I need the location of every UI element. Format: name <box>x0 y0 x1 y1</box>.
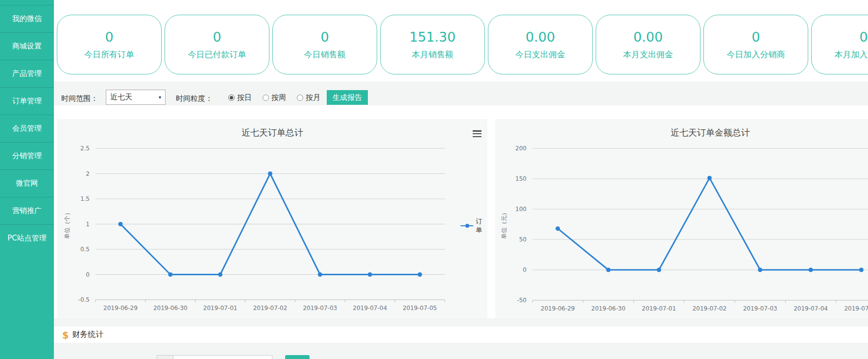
x-tick-label: 2019-07-05 <box>403 305 437 311</box>
stat-card-value: 0 <box>213 30 221 44</box>
chart-canvas: 2.521.510.50-0.52019-06-292019-06-302019… <box>57 119 487 318</box>
time-range-value: 近七天 <box>110 93 132 101</box>
sidebar-item-4[interactable]: 会员管理 <box>0 115 54 142</box>
radio-option-label: 按月 <box>306 93 320 102</box>
data-point[interactable] <box>657 268 661 272</box>
x-tick-label: 2019-06-30 <box>591 305 626 312</box>
stat-card-value: 151.30 <box>410 30 456 44</box>
order-amount-chart: 近七天订单金额总计 单位（元） 订单 200150100500-502019-0… <box>495 119 868 318</box>
stat-card-label: 今日所有订单 <box>84 50 134 59</box>
dashboard-page: { "colors": { "teal": "#2cbaa3", "teal_b… <box>0 0 868 359</box>
sidebar-item-5[interactable]: 分销管理 <box>0 142 54 169</box>
y-tick-label: 50 <box>519 236 527 243</box>
y-tick-label: 0 <box>86 271 90 278</box>
stat-card-label: 今日销售额 <box>304 50 346 59</box>
x-tick-label: 2019-07-03 <box>743 305 777 312</box>
sidebar-item-8[interactable]: PC站点管理 <box>0 224 54 252</box>
stat-card-label: 今日支出佣金 <box>515 50 565 59</box>
radio-option-label: 按日 <box>237 93 252 102</box>
stat-card-label: 今日已付款订单 <box>188 50 246 59</box>
y-tick-label: 150 <box>515 175 527 182</box>
data-point[interactable] <box>555 226 560 231</box>
x-tick-label: 2019-07-02 <box>253 305 288 311</box>
radio-unselected-icon[interactable] <box>297 95 303 101</box>
stat-card: 0.00本月支出佣金 <box>596 15 700 74</box>
stat-card: 0今日加入分销商 <box>703 15 808 74</box>
x-tick-label: 2019-07-04 <box>794 305 828 312</box>
y-tick-label: -50 <box>517 297 527 304</box>
time-range-select[interactable]: 近七天 ▾ <box>106 90 166 105</box>
radio-unselected-icon[interactable] <box>263 95 269 101</box>
stat-card: 0今日已付款订单 <box>165 15 269 74</box>
sidebar-item-3[interactable]: 订单管理 <box>0 87 54 115</box>
x-tick-label: 2019-06-29 <box>103 305 138 311</box>
y-tick-label: 0 <box>523 266 527 273</box>
stat-card: 151.30本月销售额 <box>380 15 485 74</box>
y-tick-label: 1 <box>86 221 90 228</box>
chart-canvas: 200150100500-502019-06-292019-06-302019-… <box>495 119 868 318</box>
data-point[interactable] <box>809 268 813 272</box>
x-tick-label: 2019-07-04 <box>353 305 387 311</box>
radio-option-1[interactable]: 按周 <box>263 93 286 102</box>
stat-card-value: 0.00 <box>633 30 663 44</box>
stat-card-label: 本月加入分销商 <box>835 50 868 59</box>
y-tick-label: 2 <box>86 170 90 177</box>
sidebar-item-0[interactable]: 我的微信 <box>0 5 54 32</box>
x-tick-label: 2019-07-01 <box>203 305 238 311</box>
x-tick-label: 2019-07-02 <box>693 305 727 312</box>
x-tick-label: 2019-07-05 <box>844 305 868 312</box>
stat-card-value: 0 <box>105 30 113 44</box>
orders-chart: 近七天订单总计 单位（个） 订单 2.521.510.50-0.52019-06… <box>57 119 487 318</box>
finance-submit-button[interactable] <box>285 355 310 359</box>
series-line <box>558 178 862 270</box>
input-addon <box>157 355 173 359</box>
radio-option-0[interactable]: 按日 <box>228 93 252 102</box>
x-tick-label: 2019-06-29 <box>541 305 575 312</box>
y-tick-label: 2.5 <box>80 145 90 152</box>
stat-cards-row: 0今日所有订单0今日已付款订单0今日销售额151.30本月销售额0.00今日支出… <box>57 15 868 74</box>
sidebar: 我的微信商城设置产品管理订单管理会员管理分销管理微官网营销推广PC站点管理 <box>0 0 54 359</box>
x-tick-label: 2019-07-03 <box>303 305 337 311</box>
stat-card: 0今日销售额 <box>272 15 377 74</box>
time-range-label: 时间范围： <box>61 94 98 103</box>
data-point[interactable] <box>118 222 122 226</box>
chevron-down-icon: ▾ <box>159 90 161 104</box>
dollar-icon: $ <box>62 330 69 340</box>
sidebar-item-7[interactable]: 营销推广 <box>0 197 54 224</box>
radio-option-2[interactable]: 按月 <box>297 93 320 102</box>
y-tick-label: 100 <box>515 206 527 213</box>
stat-card-value: 0 <box>859 30 868 44</box>
data-point[interactable] <box>168 272 172 277</box>
radio-selected-icon[interactable] <box>228 95 235 101</box>
y-tick-label: -0.5 <box>78 296 90 303</box>
stat-card-label: 本月支出佣金 <box>623 50 673 59</box>
stat-card-value: 0 <box>751 30 760 44</box>
data-point[interactable] <box>707 176 712 180</box>
x-tick-label: 2019-06-30 <box>153 305 188 311</box>
stat-card-label: 今日加入分销商 <box>727 50 785 59</box>
data-point[interactable] <box>368 272 372 277</box>
sidebar-item-1[interactable]: 商城设置 <box>0 32 54 60</box>
generate-report-button[interactable]: 生成报告 <box>327 90 368 105</box>
data-point[interactable] <box>218 272 222 277</box>
sidebar-item-6[interactable]: 微官网 <box>0 169 54 197</box>
stat-card: 0今日所有订单 <box>57 15 162 74</box>
data-point[interactable] <box>418 272 422 277</box>
finance-section-header: $ 财务统计 <box>54 327 868 343</box>
granularity-radio-group: 按日按周按月 <box>228 93 320 102</box>
stat-card-value: 0 <box>320 30 329 44</box>
radio-option-label: 按周 <box>271 93 286 102</box>
data-point[interactable] <box>758 268 762 272</box>
finance-title: 财务统计 <box>72 330 103 340</box>
x-tick-label: 2019-07-01 <box>642 305 676 312</box>
finance-filter-input[interactable] <box>173 355 272 359</box>
sidebar-item-2[interactable]: 产品管理 <box>0 60 54 87</box>
y-tick-label: 200 <box>515 145 527 152</box>
y-tick-label: 0.5 <box>80 246 90 253</box>
data-point[interactable] <box>606 268 610 272</box>
data-point[interactable] <box>318 272 322 277</box>
data-point[interactable] <box>268 171 272 176</box>
stat-card-label: 本月销售额 <box>412 50 454 59</box>
y-tick-label: 1.5 <box>80 195 90 202</box>
data-point[interactable] <box>859 268 864 272</box>
